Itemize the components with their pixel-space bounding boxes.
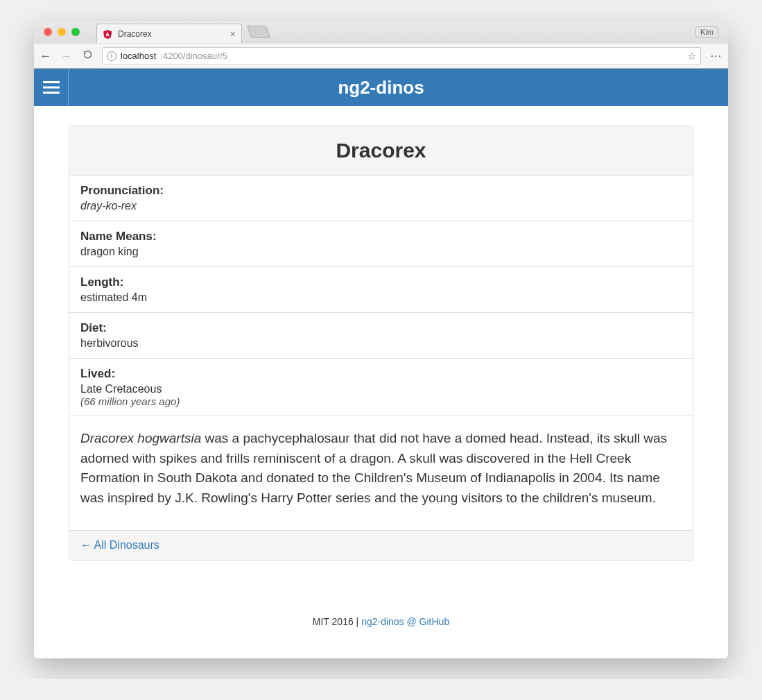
- menu-toggle-button[interactable]: [34, 69, 69, 106]
- window-minimize-icon[interactable]: [58, 28, 66, 36]
- dino-panel: Dracorex Pronunciation: dray-ko-rex Name…: [69, 126, 693, 561]
- field-lived: Lived: Late Cretaceous (66 million years…: [69, 359, 693, 416]
- svg-rect-3: [43, 87, 60, 89]
- reload-button[interactable]: [81, 49, 94, 63]
- value-length: estimated 4m: [80, 291, 682, 304]
- new-tab-button[interactable]: [247, 26, 271, 38]
- tab-close-icon[interactable]: ×: [230, 28, 236, 40]
- svg-rect-4: [43, 92, 60, 94]
- angular-icon: [103, 29, 112, 39]
- site-info-icon[interactable]: i: [107, 51, 116, 61]
- app-footer: MIT 2016 | ng2-dinos @ GitHub: [34, 592, 728, 658]
- value-lived-period: Late Cretaceous: [80, 383, 682, 395]
- url-path: :4200/dinosaur/5: [160, 51, 227, 61]
- footer-github-link[interactable]: ng2-dinos @ GitHub: [361, 616, 449, 627]
- value-diet: herbivorous: [80, 337, 682, 350]
- traffic-lights: [40, 28, 84, 36]
- bookmark-star-icon[interactable]: ☆: [687, 50, 696, 62]
- field-pronunciation: Pronunciation: dray-ko-rex: [69, 176, 693, 221]
- tab-title: Dracorex: [118, 29, 225, 39]
- app-header: ng2-dinos: [34, 69, 728, 106]
- url-bar[interactable]: i localhost:4200/dinosaur/5 ☆: [102, 47, 701, 65]
- browser-chrome: Dracorex × Kim ← → i localhost:4200/dino…: [34, 21, 728, 69]
- browser-window: Dracorex × Kim ← → i localhost:4200/dino…: [34, 21, 728, 658]
- field-diet: Diet: herbivorous: [69, 313, 693, 359]
- label-length: Length:: [80, 275, 682, 289]
- label-diet: Diet:: [80, 321, 682, 335]
- back-button[interactable]: ←: [40, 49, 52, 63]
- profile-badge[interactable]: Kim: [695, 26, 718, 37]
- all-dinosaurs-link[interactable]: ← All Dinosaurs: [80, 539, 159, 551]
- window-maximize-icon[interactable]: [71, 28, 80, 36]
- label-pronunciation: Pronunciation:: [80, 184, 682, 198]
- footer-license: MIT 2016 |: [313, 616, 361, 627]
- label-lived: Lived:: [80, 367, 682, 381]
- forward-button[interactable]: →: [60, 49, 73, 63]
- tab-bar: Dracorex × Kim: [34, 21, 728, 43]
- svg-rect-2: [43, 81, 60, 83]
- value-name-means: dragon king: [80, 246, 682, 258]
- window-close-icon[interactable]: [44, 28, 52, 36]
- dino-name-heading: Dracorex: [79, 139, 683, 162]
- browser-tab[interactable]: Dracorex ×: [96, 24, 242, 43]
- panel-footer: ← All Dinosaurs: [69, 531, 693, 560]
- hamburger-icon: [43, 80, 60, 94]
- value-pronunciation: dray-ko-rex: [80, 200, 682, 212]
- label-name-means: Name Means:: [80, 230, 682, 244]
- url-host: localhost: [121, 51, 156, 61]
- app-title: ng2-dinos: [69, 69, 728, 106]
- panel-heading: Dracorex: [69, 126, 693, 176]
- desc-latin: Dracorex hogwartsia: [80, 431, 201, 445]
- page-body: Dracorex Pronunciation: dray-ko-rex Name…: [34, 106, 728, 592]
- field-length: Length: estimated 4m: [69, 267, 693, 313]
- field-name-means: Name Means: dragon king: [69, 221, 693, 267]
- dino-description: Dracorex hogwartsia was a pachycephalosa…: [69, 416, 693, 531]
- app-content: ng2-dinos Dracorex Pronunciation: dray-k…: [34, 69, 728, 658]
- browser-menu-icon[interactable]: ⋮: [709, 51, 722, 62]
- browser-toolbar: ← → i localhost:4200/dinosaur/5 ☆ ⋮: [34, 43, 728, 68]
- value-lived-years: (66 million years ago): [80, 395, 682, 407]
